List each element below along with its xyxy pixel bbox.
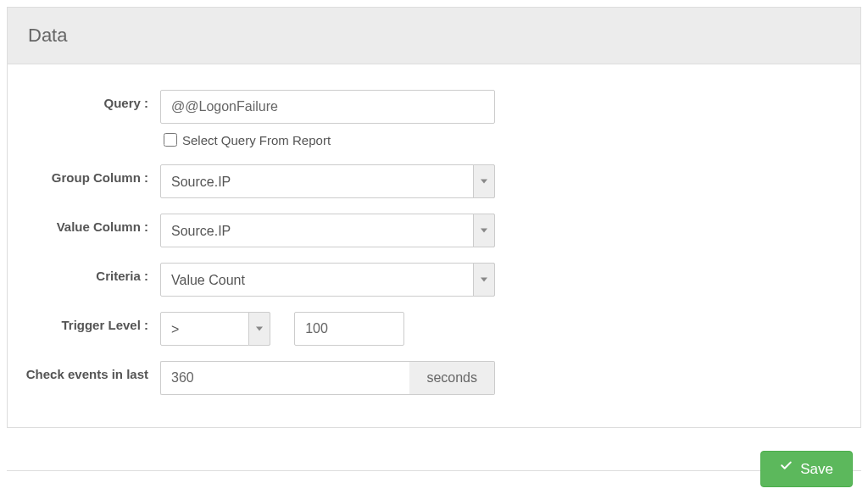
save-button-label: Save xyxy=(800,461,833,478)
criteria-label: Criteria : xyxy=(25,263,160,283)
query-row: Query : Select Query From Report xyxy=(25,90,843,149)
criteria-row: Criteria : Value Count xyxy=(25,263,843,297)
panel-body: Query : Select Query From Report Group C… xyxy=(8,64,860,427)
select-query-from-report-checkbox[interactable] xyxy=(164,133,177,147)
trigger-value-input[interactable] xyxy=(294,312,404,346)
check-events-value-input[interactable] xyxy=(160,361,409,395)
value-column-row: Value Column : Source.IP xyxy=(25,214,843,247)
save-button[interactable]: Save xyxy=(760,451,853,487)
check-events-row: Check events in last seconds xyxy=(25,361,843,395)
data-panel: Data Query : Select Query From Report Gr… xyxy=(7,7,861,428)
trigger-level-row: Trigger Level : > xyxy=(25,312,843,346)
group-column-label: Group Column : xyxy=(25,164,160,185)
check-events-unit-label: seconds xyxy=(409,361,495,395)
group-column-select[interactable]: Source.IP xyxy=(160,164,495,198)
group-column-row: Group Column : Source.IP xyxy=(25,164,843,198)
query-label: Query : xyxy=(25,90,160,110)
footer: Save xyxy=(7,470,861,487)
criteria-select[interactable]: Value Count xyxy=(160,263,495,297)
check-events-label: Check events in last xyxy=(25,361,160,381)
panel-title: Data xyxy=(8,8,860,64)
trigger-operator-select[interactable]: > xyxy=(160,312,270,346)
value-column-label: Value Column : xyxy=(25,214,160,234)
select-query-from-report-label: Select Query From Report xyxy=(182,133,331,147)
value-column-select[interactable]: Source.IP xyxy=(160,214,495,247)
trigger-level-label: Trigger Level : xyxy=(25,312,160,332)
check-icon xyxy=(780,460,793,478)
query-input[interactable] xyxy=(160,90,495,124)
